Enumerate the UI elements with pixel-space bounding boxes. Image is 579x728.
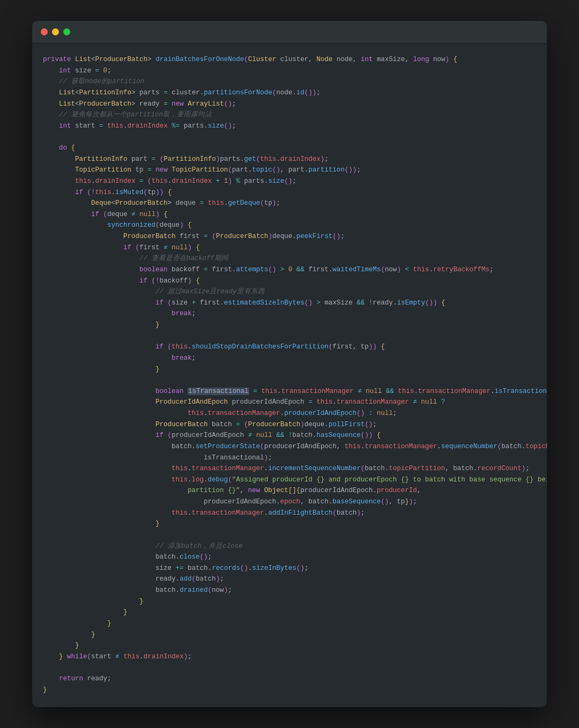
code-line: this.transactionManager.addInFlightBatch…	[43, 508, 547, 519]
code-line: }	[43, 640, 547, 651]
code-line: boolean isTransactional = this.transacti…	[43, 386, 547, 397]
code-line	[43, 530, 547, 541]
code-line: if (!this.isMuted(tp)) {	[43, 187, 547, 198]
code-line: isTransactional);	[43, 452, 547, 464]
code-line: partition {}", new Object[]{producerIdAn…	[43, 485, 547, 496]
code-line: }	[43, 607, 547, 618]
code-line: do {	[43, 143, 547, 154]
code-line: batch.close();	[43, 552, 547, 563]
minimize-dot[interactable]	[52, 28, 59, 35]
code-line: batch.setProducerState(producerIdAndEpoc…	[43, 441, 547, 452]
code-line: synchronized(deque) {	[43, 220, 547, 231]
code-area: private List<ProducerBatch> drainBatches…	[32, 43, 547, 706]
code-line: this.drainIndex = (this.drainIndex + 1) …	[43, 176, 547, 187]
code-line: // 添加batch，并且close	[43, 541, 547, 552]
code-line: Deque<ProducerBatch> deque = this.getDeq…	[43, 198, 547, 209]
code-line: this.transactionManager.incrementSequenc…	[43, 463, 547, 474]
code-line: if (!backoff) {	[43, 276, 547, 287]
code-line: // 获取node的partition	[43, 76, 547, 87]
code-line: }	[43, 364, 547, 375]
code-line: if (size + first.estimatedSizeInBytes() …	[43, 298, 547, 309]
code-line: }	[43, 320, 547, 331]
code-line: if (first ≠ null) {	[43, 242, 547, 254]
editor-window: private List<ProducerBatch> drainBatches…	[32, 21, 547, 707]
code-line	[43, 131, 547, 143]
code-line	[43, 331, 547, 342]
code-line: // 查看是否在backoff期间	[43, 253, 547, 264]
code-line: } while(start ≠ this.drainIndex);	[43, 651, 547, 663]
code-line: ready.add(batch);	[43, 574, 547, 585]
code-line: }	[43, 685, 547, 696]
code-line: PartitionInfo part = (PartitionInfo)part…	[43, 154, 547, 165]
code-line: if (this.shouldStopDrainBatchesForPartit…	[43, 341, 547, 353]
code-line: this.transactionManager.producerIdAndEpo…	[43, 408, 547, 419]
code-line: producerIdAndEpoch.epoch, batch.baseSequ…	[43, 496, 547, 508]
code-line: List<PartitionInfo> parts = cluster.part…	[43, 87, 547, 99]
code-line: }	[43, 618, 547, 629]
code-line: // 避免每次都从一个partition取，要雨露均沾	[43, 109, 547, 121]
code-line: ProducerBatch batch = (ProducerBatch)deq…	[43, 419, 547, 430]
code-line: break;	[43, 308, 547, 320]
code-line: break;	[43, 353, 547, 364]
code-line: if (producerIdAndEpoch ≠ null && !batch.…	[43, 430, 547, 441]
code-line: this.log.debug("Assigned producerId {} a…	[43, 474, 547, 486]
code-line	[43, 375, 547, 386]
code-line: if (deque ≠ null) {	[43, 209, 547, 220]
code-line: private List<ProducerBatch> drainBatches…	[43, 54, 547, 65]
code-line: }	[43, 518, 547, 530]
code-line	[43, 662, 547, 673]
code-line: size += batch.records().sizeInBytes();	[43, 563, 547, 574]
code-line: }	[43, 629, 547, 641]
code-line: int start = this.drainIndex %= parts.siz…	[43, 121, 547, 132]
code-line: ProducerIdAndEpoch producerIdAndEpoch = …	[43, 397, 547, 408]
code-line: // 超过maxSize且ready里有东西	[43, 286, 547, 298]
code-line: return ready;	[43, 673, 547, 685]
code-line: batch.drained(now);	[43, 585, 547, 596]
code-line: int size = 0;	[43, 65, 547, 77]
close-dot[interactable]	[41, 28, 48, 35]
titlebar	[32, 21, 547, 43]
maximize-dot[interactable]	[63, 28, 70, 35]
code-line: }	[43, 596, 547, 607]
code-line: boolean backoff = first.attempts() > 0 &…	[43, 264, 547, 276]
code-line: ProducerBatch first = (ProducerBatch)deq…	[43, 231, 547, 242]
code-line: TopicPartition tp = new TopicPartition(p…	[43, 165, 547, 176]
code-line: List<ProducerBatch> ready = new ArrayLis…	[43, 99, 547, 110]
